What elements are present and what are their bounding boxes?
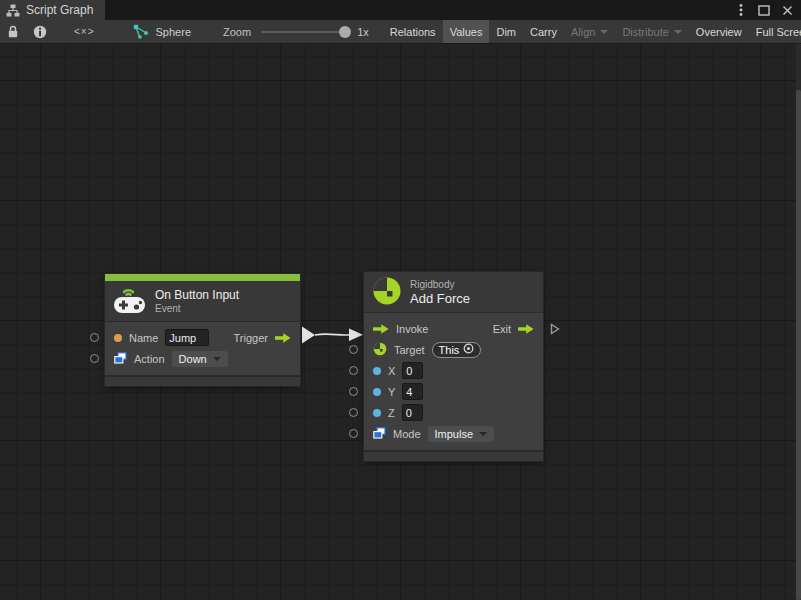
value-input-port-x[interactable] — [349, 366, 358, 375]
vertical-scrollbar[interactable] — [796, 44, 801, 600]
distribute-button[interactable]: Distribute — [615, 20, 688, 43]
gamepad-icon — [113, 285, 147, 317]
relations-label: Relations — [390, 26, 436, 38]
relations-button[interactable]: Relations — [383, 20, 443, 43]
x-input[interactable] — [402, 362, 423, 379]
code-glyph: <×> — [74, 26, 95, 37]
mode-value: Impulse — [435, 428, 474, 440]
exit-connection-stub[interactable] — [550, 323, 560, 335]
scrollbar-thumb[interactable] — [796, 90, 801, 600]
values-button[interactable]: Values — [443, 20, 490, 43]
hierarchy-icon — [6, 4, 20, 17]
breadcrumb-label: Sphere — [156, 26, 191, 38]
rigidbody-icon — [372, 276, 402, 308]
info-icon[interactable] — [26, 20, 54, 43]
value-input-port-target[interactable] — [349, 345, 358, 354]
action-value: Down — [179, 353, 207, 365]
z-label: Z — [388, 407, 395, 419]
graph-pointer-icon — [133, 24, 149, 39]
zoom-control: Zoom 1x — [223, 20, 369, 43]
tab-label: Script Graph — [26, 3, 93, 17]
mode-label: Mode — [393, 428, 421, 440]
zoom-slider[interactable] — [261, 31, 349, 33]
trigger-output-port[interactable] — [275, 333, 291, 343]
name-input[interactable] — [165, 329, 209, 346]
align-label: Align — [571, 26, 595, 38]
row-invoke: Invoke Exit — [364, 318, 543, 339]
float-type-icon — [373, 367, 381, 375]
target-value: This — [439, 344, 460, 356]
exit-label: Exit — [493, 323, 511, 335]
mode-dropdown[interactable]: Impulse — [428, 426, 495, 442]
y-label: Y — [388, 386, 395, 398]
maximize-icon[interactable] — [756, 2, 772, 18]
chevron-down-icon — [674, 30, 682, 34]
string-type-icon — [114, 334, 122, 342]
node-header[interactable]: On Button Input Event — [105, 281, 300, 322]
node-footer — [364, 450, 543, 461]
row-z: Z — [364, 402, 543, 423]
value-input-port-z[interactable] — [349, 408, 358, 417]
lock-icon[interactable] — [0, 20, 26, 43]
float-type-icon — [373, 409, 381, 417]
carry-button[interactable]: Carry — [523, 20, 564, 43]
kebab-menu-icon[interactable] — [733, 2, 749, 18]
node-supertitle: Rigidbody — [410, 279, 470, 290]
values-label: Values — [450, 26, 483, 38]
y-input[interactable] — [402, 383, 423, 400]
rigidbody-type-icon — [373, 342, 387, 358]
target-label: Target — [394, 344, 425, 356]
overview-label: Overview — [696, 26, 742, 38]
object-picker-icon[interactable] — [463, 343, 474, 356]
breadcrumb[interactable]: Sphere — [133, 20, 191, 43]
node-subtitle: Event — [155, 303, 239, 314]
chevron-down-icon — [213, 357, 221, 361]
row-x: X — [364, 360, 543, 381]
zoom-to-fit-icon[interactable]: <×> — [54, 20, 115, 43]
script-graph-window: Script Graph — [0, 0, 801, 600]
row-name: Name Trigger — [105, 327, 300, 348]
value-input-port-name[interactable] — [90, 333, 99, 342]
node-footer — [105, 375, 300, 386]
invoke-input-port[interactable] — [373, 324, 389, 334]
dim-button[interactable]: Dim — [489, 20, 523, 43]
tab-script-graph[interactable]: Script Graph — [0, 0, 105, 20]
tab-bar: Script Graph — [0, 0, 801, 20]
overview-button[interactable]: Overview — [689, 20, 749, 43]
node-body: Name Trigger Action — [105, 322, 300, 375]
row-mode: Mode Impulse — [364, 423, 543, 444]
dim-label: Dim — [496, 26, 516, 38]
zoom-level: 1x — [357, 26, 369, 38]
chevron-down-icon — [600, 30, 608, 34]
value-input-port-action[interactable] — [90, 354, 99, 363]
trigger-label: Trigger — [234, 332, 268, 344]
name-label: Name — [129, 332, 158, 344]
float-type-icon — [373, 388, 381, 396]
node-on-button-input[interactable]: On Button Input Event Name Trigger — [105, 274, 300, 386]
chevron-down-icon — [479, 432, 487, 436]
exit-output-port[interactable] — [518, 324, 534, 334]
value-input-port-mode[interactable] — [349, 429, 358, 438]
enum-type-icon — [373, 427, 386, 441]
close-icon[interactable] — [779, 2, 795, 18]
z-input[interactable] — [402, 404, 423, 421]
full-screen-button[interactable]: Full Screen — [749, 20, 801, 43]
action-dropdown[interactable]: Down — [172, 351, 228, 367]
value-input-port-y[interactable] — [349, 387, 358, 396]
node-title: On Button Input — [155, 288, 239, 302]
connection-trigger-to-invoke[interactable] — [298, 324, 366, 346]
graph-canvas[interactable]: On Button Input Event Name Trigger — [0, 44, 801, 600]
carry-label: Carry — [530, 26, 557, 38]
target-chip[interactable]: This — [432, 342, 482, 358]
zoom-slider-handle[interactable] — [339, 26, 351, 38]
graph-toolbar: <×> Sphere Zoom 1x Relations Val — [0, 20, 801, 44]
node-header[interactable]: Rigidbody Add Force — [364, 272, 543, 313]
invoke-label: Invoke — [396, 323, 428, 335]
x-label: X — [388, 365, 395, 377]
align-button[interactable]: Align — [564, 20, 615, 43]
row-target: Target This — [364, 339, 543, 360]
node-add-force[interactable]: Rigidbody Add Force Invoke Exit — [364, 272, 543, 461]
row-y: Y — [364, 381, 543, 402]
full-screen-label: Full Screen — [756, 26, 801, 38]
zoom-label: Zoom — [223, 26, 251, 38]
